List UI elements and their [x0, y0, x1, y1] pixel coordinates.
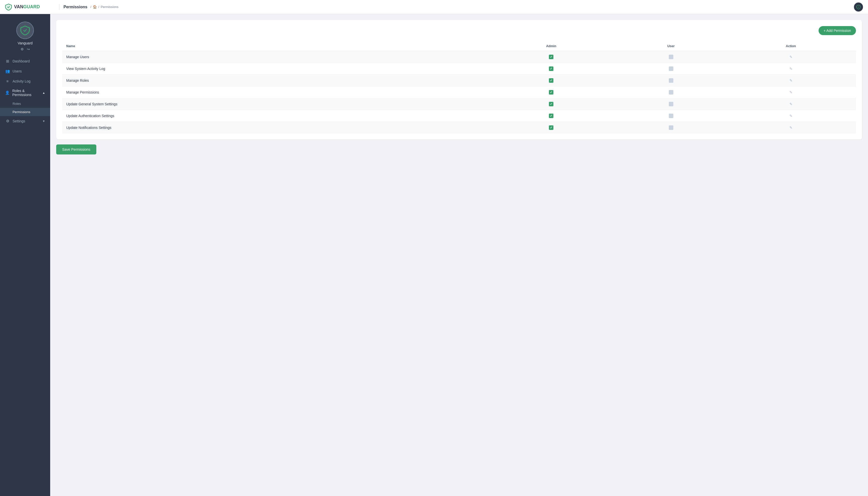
activity-log-icon: ≡ — [5, 79, 10, 83]
breadcrumb-sep2: / — [98, 5, 100, 9]
admin-checkbox-cell[interactable] — [486, 75, 616, 87]
user-checkbox-cell[interactable] — [616, 75, 726, 87]
table-row: Manage Users✎ — [62, 51, 856, 63]
action-cell: ✎ — [726, 63, 856, 75]
user-checkbox-cell[interactable] — [616, 110, 726, 122]
sidebar-username: Vanguard — [18, 41, 33, 45]
checkbox-checked[interactable] — [549, 113, 553, 118]
checkbox-checked[interactable] — [549, 66, 553, 71]
col-name: Name — [62, 41, 486, 51]
checkbox-checked[interactable] — [549, 90, 553, 95]
breadcrumb-home-icon: 🏠 — [93, 5, 97, 9]
sidebar-profile: Vanguard ⚙ ↪ — [0, 19, 50, 56]
edit-icon[interactable]: ✎ — [730, 126, 852, 130]
table-body: Manage Users✎View System Activity Log✎Ma… — [62, 51, 856, 134]
checkbox-checked[interactable] — [549, 78, 553, 83]
settings-icon[interactable]: ⚙ — [20, 47, 24, 51]
permission-name: Update Notifications Settings — [62, 122, 486, 134]
action-cell: ✎ — [726, 122, 856, 134]
breadcrumb-current: Permissions — [101, 5, 118, 9]
save-permissions-button[interactable]: Save Permissions — [56, 144, 96, 154]
table-row: Manage Permissions✎ — [62, 87, 856, 98]
user-checkbox-cell[interactable] — [616, 87, 726, 98]
edit-icon[interactable]: ✎ — [730, 114, 852, 118]
col-user: User — [616, 41, 726, 51]
users-icon: 👥 — [5, 69, 10, 74]
permission-name: Manage Users — [62, 51, 486, 63]
sidebar-item-roles-permissions[interactable]: 👤 Roles & Permissions ▲ — [0, 86, 50, 99]
admin-checkbox-cell[interactable] — [486, 98, 616, 110]
card-header: + Add Permission — [62, 26, 856, 35]
edit-icon[interactable]: ✎ — [730, 90, 852, 94]
sidebar-item-activity-log[interactable]: ≡ Activity Log — [0, 76, 50, 86]
sidebar-item-label: Users — [13, 69, 22, 73]
permissions-card: + Add Permission Name Admin User Action … — [56, 20, 862, 139]
edit-icon[interactable]: ✎ — [730, 67, 852, 71]
checkbox-unchecked[interactable] — [669, 55, 673, 59]
add-permission-button[interactable]: + Add Permission — [819, 26, 856, 35]
user-checkbox-cell[interactable] — [616, 98, 726, 110]
checkbox-checked[interactable] — [549, 55, 553, 59]
checkbox-unchecked[interactable] — [669, 78, 673, 83]
breadcrumb: / 🏠 / Permissions — [90, 5, 118, 9]
sidebar-subitem-permissions[interactable]: Permissions — [0, 108, 50, 116]
breadcrumb-separator: / — [90, 5, 91, 9]
checkbox-unchecked[interactable] — [669, 125, 673, 130]
admin-checkbox-cell[interactable] — [486, 51, 616, 63]
layout: Vanguard ⚙ ↪ ⊞ Dashboard 👥 Users ≡ Activ… — [0, 14, 868, 496]
table-row: Update General System Settings✎ — [62, 98, 856, 110]
permissions-table: Name Admin User Action Manage Users✎View… — [62, 41, 856, 134]
admin-checkbox-cell[interactable] — [486, 87, 616, 98]
avatar — [16, 21, 34, 39]
action-cell: ✎ — [726, 51, 856, 63]
edit-icon[interactable]: ✎ — [730, 78, 852, 82]
user-checkbox-cell[interactable] — [616, 122, 726, 134]
action-cell: ✎ — [726, 110, 856, 122]
roles-permissions-icon: 👤 — [5, 91, 10, 95]
main-content: + Add Permission Name Admin User Action … — [50, 14, 868, 496]
checkbox-checked[interactable] — [549, 102, 553, 106]
checkbox-unchecked[interactable] — [669, 66, 673, 71]
chevron-down-icon: ▼ — [42, 120, 45, 123]
admin-checkbox-cell[interactable] — [486, 110, 616, 122]
checkbox-unchecked[interactable] — [669, 102, 673, 106]
user-checkbox-cell[interactable] — [616, 51, 726, 63]
sidebar-item-label: Settings — [13, 119, 25, 123]
logo: VANGUARD — [5, 3, 55, 11]
edit-icon[interactable]: ✎ — [730, 55, 852, 59]
dashboard-icon: ⊞ — [5, 59, 10, 63]
checkbox-unchecked[interactable] — [669, 90, 673, 95]
sidebar-item-label: Dashboard — [13, 59, 30, 63]
sidebar-profile-icons: ⚙ ↪ — [20, 47, 30, 51]
admin-checkbox-cell[interactable] — [486, 63, 616, 75]
sidebar-submenu: Roles Permissions — [0, 99, 50, 116]
sidebar-subitem-roles[interactable]: Roles — [0, 99, 50, 108]
settings-gear-icon: ⚙ — [5, 119, 10, 123]
topbar-page-title: Permissions — [63, 5, 87, 9]
sidebar: Vanguard ⚙ ↪ ⊞ Dashboard 👥 Users ≡ Activ… — [0, 14, 50, 496]
edit-icon[interactable]: ✎ — [730, 102, 852, 106]
sidebar-item-label: Activity Log — [13, 79, 31, 83]
topbar: VANGUARD Permissions / 🏠 / Permissions — [0, 0, 868, 14]
checkbox-unchecked[interactable] — [669, 113, 673, 118]
permission-name: Manage Roles — [62, 75, 486, 87]
sidebar-item-dashboard[interactable]: ⊞ Dashboard — [0, 56, 50, 66]
chevron-up-icon: ▲ — [42, 91, 45, 94]
col-action: Action — [726, 41, 856, 51]
topbar-right — [854, 2, 863, 12]
user-checkbox-cell[interactable] — [616, 63, 726, 75]
sidebar-nav: ⊞ Dashboard 👥 Users ≡ Activity Log 👤 Rol… — [0, 56, 50, 491]
table-row: View System Activity Log✎ — [62, 63, 856, 75]
sidebar-item-settings[interactable]: ⚙ Settings ▼ — [0, 116, 50, 126]
permission-name: Update Authentication Settings — [62, 110, 486, 122]
action-cell: ✎ — [726, 98, 856, 110]
sidebar-item-users[interactable]: 👥 Users — [0, 66, 50, 76]
logout-icon[interactable]: ↪ — [27, 47, 30, 51]
action-cell: ✎ — [726, 87, 856, 98]
checkbox-checked[interactable] — [549, 125, 553, 130]
permission-name: Manage Permissions — [62, 87, 486, 98]
admin-checkbox-cell[interactable] — [486, 122, 616, 134]
table-row: Update Notifications Settings✎ — [62, 122, 856, 134]
logo-text: VANGUARD — [14, 4, 40, 10]
topbar-shield-icon[interactable] — [854, 2, 863, 12]
